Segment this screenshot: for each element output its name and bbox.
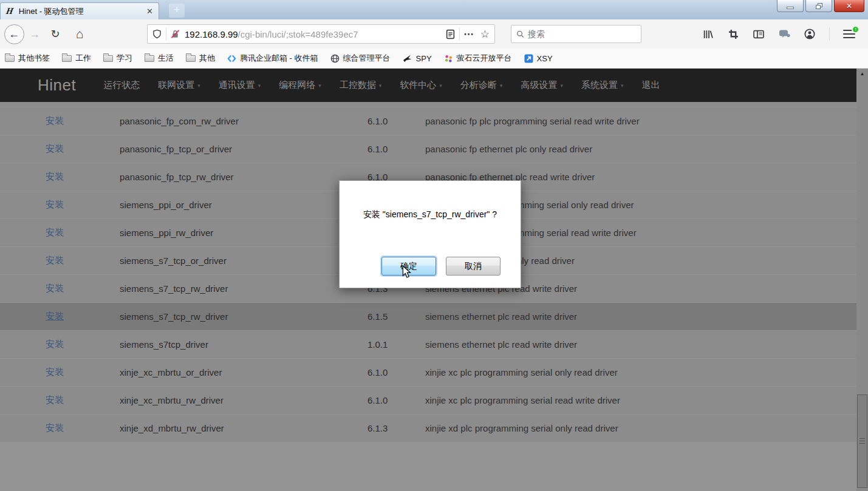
close-icon: ✕ [846,2,852,10]
tencent-mail-icon [227,54,236,63]
page-actions-icon[interactable]: ••• [464,31,474,38]
search-input[interactable] [528,29,636,39]
restore-icon [816,3,822,9]
bookmark-tencent-mail[interactable]: 腾讯企业邮箱 - 收件箱 [227,53,318,64]
chat-bubble-icon [779,29,790,39]
sidebar-button[interactable] [748,24,769,44]
jet-icon [403,54,412,63]
back-button[interactable]: ← [4,24,24,44]
url-bar[interactable]: 192.168.9.99 /cgi-bin/luci/;stok=489fe39… [147,24,495,44]
insecure-lock-icon[interactable] [171,29,180,39]
new-tab-button[interactable]: + [169,4,185,18]
bookmark-folder-study[interactable]: 学习 [103,53,132,64]
color-dots-icon [444,54,453,63]
reader-view-icon[interactable] [446,29,455,39]
tab-close-icon[interactable]: ✕ [146,7,153,16]
bookmark-star-icon[interactable]: ☆ [480,28,490,41]
bookmark-folder-work[interactable]: 工作 [62,53,91,64]
folder-icon [103,55,113,62]
window-restore-button[interactable] [805,0,832,12]
cancel-button[interactable]: 取消 [446,257,501,276]
account-button[interactable] [799,24,820,44]
hamburger-icon: ↑ [843,30,855,38]
bookmark-xsy[interactable]: XSY [524,54,553,63]
titlebar: H Hinet - 驱动包管理 ✕ + ✕ [0,0,868,19]
bookmark-label: XSY [537,54,553,63]
bookmark-admin-platform[interactable]: 综合管理平台 [330,53,391,64]
forward-icon: → [29,28,40,41]
bookmark-label: 腾讯企业邮箱 - 收件箱 [240,53,318,64]
app-menu-button[interactable]: ↑ [839,24,859,44]
browser-tab[interactable]: H Hinet - 驱动包管理 ✕ [0,2,159,19]
account-icon [804,29,815,39]
bookmarks-bar: 其他书签 工作 学习 生活 其他 腾讯企业邮箱 - 收件箱 综合管理平台 S [0,49,868,69]
bookmark-label: SPY [416,54,432,63]
chat-extension-button[interactable] [774,24,795,44]
bookmark-label: 学习 [117,53,132,64]
window-minimize-button[interactable] [777,0,804,12]
folder-icon [145,55,154,62]
sidebar-icon [753,29,764,39]
page-content: 安装 panasonic_fp_com_or_driver 6.1.0 pana… [0,69,868,491]
crop-icon [728,29,739,39]
folder-icon [186,55,196,62]
update-badge-icon: ↑ [852,25,859,33]
library-icon [703,29,713,39]
dialog-message: 安装 "siemens_s7_tcp_rw_driver" ? [340,209,521,220]
tab-title: Hinet - 驱动包管理 [19,6,143,17]
url-path: /cgi-bin/luci/;stok=489fe39ec7 [238,29,446,39]
tracking-shield-icon[interactable] [152,29,162,39]
bookmark-label: 萤石云开放平台 [457,53,512,64]
home-icon: ⌂ [76,27,84,41]
folder-icon [5,55,15,62]
reload-button[interactable]: ↻ [45,24,66,44]
site-favicon-icon: H [5,6,15,16]
search-bar[interactable] [511,25,641,43]
browser-toolbar: ← → ↻ ⌂ 192.168.9.99 /cgi-bin/luci/;stok… [0,19,868,49]
window-close-button[interactable]: ✕ [834,0,864,12]
bookmark-folder-life[interactable]: 生活 [145,53,174,64]
back-icon: ← [4,24,24,44]
forward-button[interactable]: → [24,24,45,44]
home-button[interactable]: ⌂ [69,24,90,44]
bookmark-spy[interactable]: SPY [403,54,432,63]
globe-icon [330,54,340,63]
minimize-icon [787,7,794,9]
mouse-cursor [402,265,411,279]
folder-icon [62,55,72,62]
confirm-dialog: 安装 "siemens_s7_tcp_rw_driver" ? 确定 取消 [339,180,521,288]
search-icon [516,30,525,39]
bookmark-folder-other-bookmarks[interactable]: 其他书签 [5,53,50,64]
bookmark-label: 其他 [199,53,215,64]
arrow-square-icon [524,54,533,63]
bookmark-ezviz[interactable]: 萤石云开放平台 [444,53,512,64]
bookmark-label: 工作 [75,53,91,64]
bookmark-label: 生活 [158,53,174,64]
url-host: 192.168.9.99 [185,29,238,39]
reload-icon: ↻ [50,27,60,41]
bookmark-label: 其他书签 [18,53,50,64]
bookmark-folder-misc[interactable]: 其他 [186,53,215,64]
library-button[interactable] [697,24,718,44]
screenshot-button[interactable] [723,24,743,44]
bookmark-label: 综合管理平台 [343,53,391,64]
